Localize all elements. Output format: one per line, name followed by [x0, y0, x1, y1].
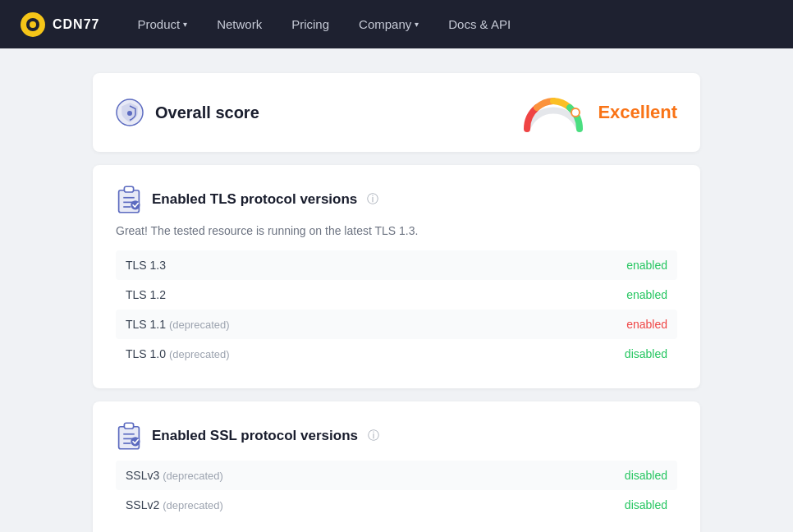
- ssl-info-icon[interactable]: ⓘ: [368, 429, 379, 443]
- proto-name: TLS 1.0 (deprecated): [126, 347, 230, 360]
- nav-item-product[interactable]: Product ▾: [126, 11, 199, 38]
- tls-section-card: Enabled TLS protocol versions ⓘ Great! T…: [93, 165, 700, 388]
- ssl-header: Enabled SSL protocol versions ⓘ: [116, 421, 677, 451]
- chevron-down-icon: ▾: [415, 20, 419, 29]
- table-row: TLS 1.1 (deprecated) enabled: [116, 310, 677, 339]
- proto-name: TLS 1.2: [126, 288, 166, 301]
- chevron-down-icon: ▾: [183, 20, 187, 29]
- proto-status: disabled: [625, 469, 667, 482]
- svg-point-4: [127, 111, 132, 116]
- svg-point-17: [131, 437, 140, 446]
- score-rating: Excellent: [598, 102, 677, 123]
- nav-item-network[interactable]: Network: [205, 11, 273, 38]
- nav-item-company[interactable]: Company ▾: [347, 11, 430, 38]
- proto-status: enabled: [626, 318, 667, 331]
- tls-icon: [116, 185, 142, 214]
- ssl-section-card: Enabled SSL protocol versions ⓘ SSLv3 (d…: [93, 401, 700, 532]
- score-right: Excellent: [520, 93, 677, 132]
- tls-description: Great! The tested resource is running on…: [116, 224, 677, 237]
- tls-info-icon[interactable]: ⓘ: [367, 192, 378, 207]
- overall-score-card: Overall score Excellent: [93, 73, 700, 152]
- gauge-chart: [520, 93, 586, 132]
- page-content: Overall score Excellent: [93, 73, 700, 532]
- nav-item-pricing[interactable]: Pricing: [280, 11, 341, 38]
- table-row: TLS 1.3 enabled: [116, 250, 677, 280]
- score-label: Overall score: [155, 103, 259, 122]
- tls-protocol-table: TLS 1.3 enabled TLS 1.2 enabled TLS 1.1 …: [116, 250, 677, 369]
- tls-title: Enabled TLS protocol versions: [152, 191, 357, 208]
- ssl-protocol-table: SSLv3 (deprecated) disabled SSLv2 (depre…: [116, 461, 677, 520]
- logo[interactable]: CDN77: [20, 11, 99, 38]
- logo-text: CDN77: [53, 17, 99, 32]
- nav-item-docs[interactable]: Docs & API: [437, 11, 522, 38]
- proto-name: SSLv3 (deprecated): [126, 469, 223, 482]
- svg-rect-13: [124, 423, 133, 429]
- tls-header: Enabled TLS protocol versions ⓘ: [116, 185, 677, 214]
- proto-name: TLS 1.3: [126, 259, 166, 272]
- table-row: SSLv3 (deprecated) disabled: [116, 461, 677, 490]
- navbar: CDN77 Product ▾ Network Pricing Company …: [0, 0, 793, 48]
- table-row: TLS 1.0 (deprecated) disabled: [116, 339, 677, 369]
- logo-icon: [20, 11, 46, 38]
- score-left: Overall score: [116, 99, 259, 126]
- svg-point-2: [30, 21, 36, 28]
- proto-name: SSLv2 (deprecated): [126, 498, 223, 511]
- proto-name: TLS 1.1 (deprecated): [126, 318, 230, 331]
- proto-status: disabled: [625, 347, 667, 360]
- ssl-title: Enabled SSL protocol versions: [152, 428, 358, 444]
- svg-point-11: [131, 200, 140, 209]
- proto-status: enabled: [626, 288, 667, 301]
- proto-status: enabled: [626, 259, 667, 272]
- svg-point-5: [571, 108, 580, 117]
- table-row: TLS 1.2 enabled: [116, 280, 677, 310]
- table-row: SSLv2 (deprecated) disabled: [116, 490, 677, 520]
- svg-rect-7: [124, 186, 133, 192]
- ssl-icon: [116, 421, 142, 451]
- proto-status: disabled: [625, 498, 667, 511]
- score-icon: [116, 99, 144, 126]
